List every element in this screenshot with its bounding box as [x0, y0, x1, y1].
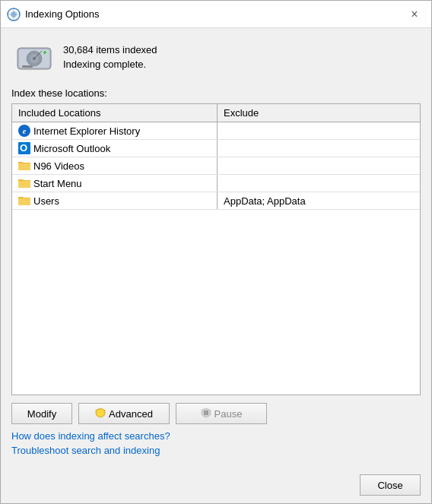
row-label: N96 Videos	[33, 160, 84, 172]
shield-icon	[95, 407, 106, 420]
svg-rect-9	[22, 65, 33, 68]
table-row[interactable]: N96 Videos	[12, 157, 420, 175]
table-body: e Internet Explorer History O	[12, 122, 420, 395]
svg-text:O: O	[20, 142, 27, 154]
section-label: Index these locations:	[11, 87, 421, 99]
cell-included: Users	[12, 192, 218, 209]
close-button[interactable]: ×	[404, 4, 425, 25]
table-row[interactable]: Start Menu	[12, 175, 420, 192]
row-label: Internet Explorer History	[33, 125, 140, 137]
cell-exclude	[218, 175, 420, 192]
folder-icon	[18, 177, 30, 189]
pause-icon	[201, 407, 211, 420]
pause-label: Pause	[214, 408, 243, 420]
outlook-icon: O	[18, 142, 30, 154]
locations-table: Included Locations Exclude e Internet Ex…	[11, 103, 421, 395]
col-header-exclude: Exclude	[218, 104, 420, 122]
folder-icon	[18, 160, 30, 172]
close-dialog-button[interactable]: Close	[360, 474, 421, 496]
row-label: Start Menu	[33, 178, 82, 189]
how-does-indexing-link[interactable]: How does indexing affect searches?	[11, 430, 421, 442]
row-label: Microsoft Outlook	[33, 143, 110, 154]
cell-exclude	[218, 140, 420, 157]
troubleshoot-link[interactable]: Troubleshoot search and indexing	[11, 445, 421, 456]
status-text: 30,684 items indexed Indexing complete.	[63, 44, 157, 70]
bottom-bar: Close	[1, 471, 431, 503]
cell-exclude	[218, 157, 420, 174]
table-row[interactable]: e Internet Explorer History	[12, 122, 420, 140]
links-section: How does indexing affect searches? Troub…	[11, 430, 421, 456]
cell-included: e Internet Explorer History	[12, 122, 218, 139]
table-row[interactable]: O Microsoft Outlook	[12, 140, 420, 157]
items-count: 30,684 items indexed	[63, 44, 157, 55]
window-title: Indexing Options	[25, 8, 404, 20]
advanced-label: Advanced	[109, 408, 153, 420]
col-header-included: Included Locations	[12, 104, 218, 122]
svg-point-10	[43, 51, 46, 54]
row-label: Users	[33, 195, 59, 207]
indexing-options-window: Indexing Options ×	[0, 0, 432, 504]
hdd-icon	[14, 37, 54, 77]
window-icon	[7, 8, 21, 21]
cell-included: O Microsoft Outlook	[12, 140, 218, 157]
pause-button[interactable]: Pause	[176, 403, 267, 424]
modify-button[interactable]: Modify	[11, 403, 72, 424]
cell-included: Start Menu	[12, 175, 218, 192]
cell-included: N96 Videos	[12, 157, 218, 174]
status-section: 30,684 items indexed Indexing complete.	[11, 37, 421, 77]
svg-rect-14	[204, 410, 205, 415]
table-header: Included Locations Exclude	[12, 104, 420, 122]
table-row[interactable]: Users AppData; AppData	[12, 192, 420, 210]
folder-icon	[18, 195, 30, 207]
cell-exclude	[218, 122, 420, 139]
svg-rect-15	[206, 410, 208, 415]
ie-icon: e	[18, 125, 30, 137]
content-area: 30,684 items indexed Indexing complete. …	[1, 28, 431, 471]
title-bar: Indexing Options ×	[1, 1, 431, 28]
cell-exclude: AppData; AppData	[218, 192, 420, 209]
advanced-button[interactable]: Advanced	[78, 403, 170, 424]
indexing-status: Indexing complete.	[63, 59, 157, 70]
buttons-row: Modify Advanced Pa	[11, 403, 421, 424]
